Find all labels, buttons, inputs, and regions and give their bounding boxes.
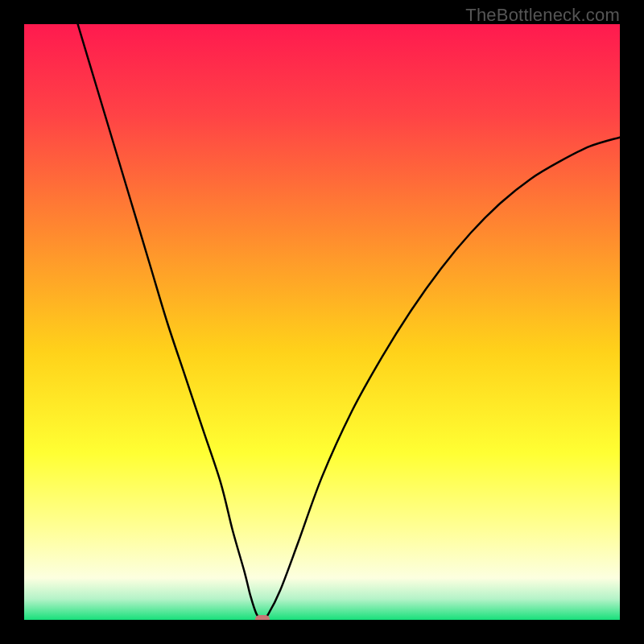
optimal-point-marker [255,615,270,620]
bottleneck-curve [24,24,620,620]
chart-frame: TheBottleneck.com [0,0,644,644]
watermark-text: TheBottleneck.com [465,5,620,26]
plot-area [24,24,620,620]
